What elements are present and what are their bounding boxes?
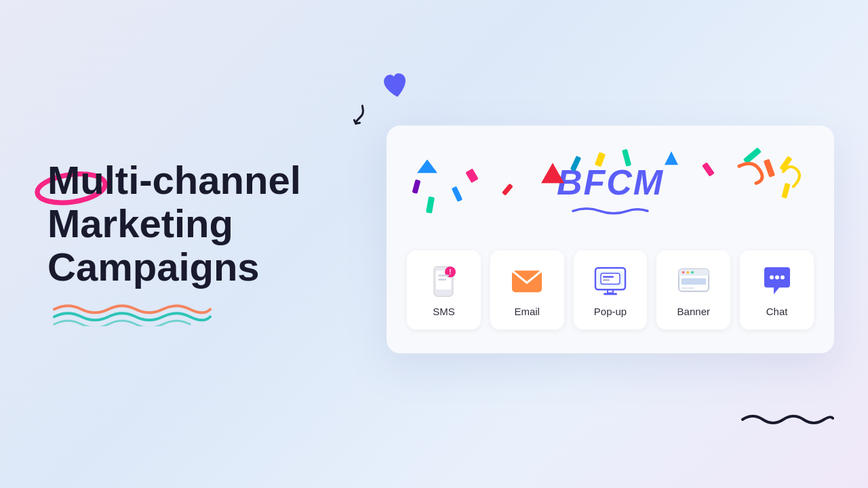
confetti-area: BFCM xyxy=(407,146,814,234)
main-card-container: BFCM xyxy=(387,125,834,353)
svg-rect-4 xyxy=(622,149,631,167)
wavy-decoration xyxy=(41,300,326,329)
channel-card-email[interactable]: Email xyxy=(490,250,564,329)
svg-marker-5 xyxy=(541,163,564,183)
svg-rect-29 xyxy=(608,289,613,293)
svg-rect-28 xyxy=(603,279,610,281)
svg-rect-12 xyxy=(452,186,463,202)
channel-card-banner[interactable]: Banner xyxy=(656,250,730,329)
channel-card-sms[interactable]: ! SMS xyxy=(407,250,481,329)
svg-rect-11 xyxy=(781,183,790,199)
channel-card-chat[interactable]: Chat xyxy=(740,250,814,329)
heart-decoration xyxy=(380,69,412,108)
banner-label: Banner xyxy=(677,306,710,317)
svg-rect-3 xyxy=(595,152,606,167)
svg-rect-27 xyxy=(603,276,614,278)
svg-rect-22 xyxy=(438,279,446,281)
popup-label: Pop-up xyxy=(594,306,627,317)
svg-rect-6 xyxy=(570,156,582,171)
email-label: Email xyxy=(514,306,540,317)
svg-rect-13 xyxy=(426,197,435,214)
svg-rect-37 xyxy=(682,278,706,285)
sms-label: SMS xyxy=(433,306,455,317)
channel-card-popup[interactable]: Pop-up xyxy=(574,250,648,329)
svg-point-39 xyxy=(770,275,774,279)
svg-rect-21 xyxy=(438,274,449,277)
svg-rect-2 xyxy=(465,168,478,183)
svg-rect-7 xyxy=(764,159,775,178)
sms-icon: ! xyxy=(427,265,460,298)
svg-rect-10 xyxy=(412,180,421,194)
svg-point-36 xyxy=(691,271,694,274)
svg-marker-1 xyxy=(417,159,437,173)
chat-label: Chat xyxy=(766,306,788,317)
left-section: Multi-channel Marketing Campaigns xyxy=(41,159,326,329)
svg-point-35 xyxy=(686,271,689,274)
svg-rect-38 xyxy=(682,287,694,289)
popup-icon xyxy=(594,265,627,298)
svg-rect-16 xyxy=(702,162,715,177)
chat-icon xyxy=(761,265,793,298)
email-icon xyxy=(511,265,543,298)
svg-point-41 xyxy=(781,275,785,279)
svg-rect-30 xyxy=(604,293,617,295)
confetti-svg xyxy=(407,146,814,234)
svg-rect-14 xyxy=(502,183,513,195)
svg-point-34 xyxy=(682,271,685,274)
svg-point-40 xyxy=(775,275,779,279)
bottom-wavy-decoration xyxy=(739,409,834,432)
svg-rect-9 xyxy=(743,147,762,164)
main-card: BFCM xyxy=(387,125,834,353)
channels-grid: ! SMS Email xyxy=(407,250,814,329)
svg-text:!: ! xyxy=(450,268,452,276)
svg-rect-26 xyxy=(601,273,620,284)
arrow-decoration xyxy=(349,102,376,134)
svg-marker-15 xyxy=(665,151,678,165)
banner-icon xyxy=(677,265,710,298)
page-title: Multi-channel Marketing Campaigns xyxy=(41,159,326,288)
